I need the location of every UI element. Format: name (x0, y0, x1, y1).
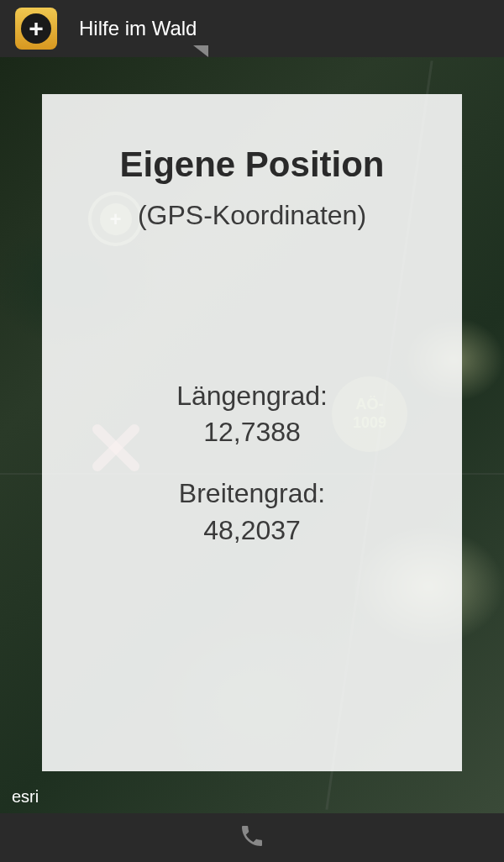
coordinates-block: Längengrad: 12,7388 Breitengrad: 48,2037 (67, 378, 437, 549)
panel-title: Eigene Position (67, 145, 437, 185)
longitude-value: 12,7388 (203, 417, 301, 447)
position-info-panel: Eigene Position (GPS-Koordinaten) Längen… (42, 94, 462, 771)
app-header: + Hilfe im Wald (0, 0, 504, 57)
latitude-label: Breitengrad: (179, 478, 325, 508)
panel-subtitle: (GPS-Koordinaten) (67, 200, 437, 231)
map-view[interactable]: + AÖ- 1009 Eigene Position (GPS-Koordina… (0, 57, 504, 813)
longitude-row: Längengrad: 12,7388 (67, 378, 437, 450)
plus-icon: + (29, 16, 44, 41)
svg-marker-0 (193, 45, 208, 57)
bottom-toolbar (0, 813, 504, 862)
latitude-row: Breitengrad: 48,2037 (67, 476, 437, 548)
app-icon-circle: + (21, 13, 51, 44)
map-attribution: esri (12, 787, 39, 807)
call-button[interactable] (239, 823, 265, 853)
phone-icon (239, 823, 265, 849)
latitude-value: 48,2037 (203, 515, 301, 545)
longitude-label: Längengrad: (176, 381, 328, 411)
app-title[interactable]: Hilfe im Wald (79, 17, 197, 40)
app-icon[interactable]: + (15, 8, 57, 50)
